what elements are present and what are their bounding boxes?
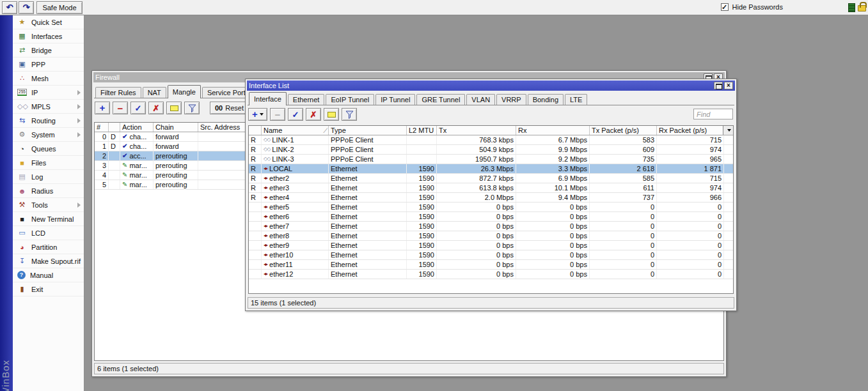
interface-column-header[interactable]: Tx <box>437 126 516 135</box>
interface-tab-eoip-tunnel[interactable]: EoIP Tunnel <box>326 94 374 105</box>
firewall-tab-filter-rules[interactable]: Filter Rules <box>95 87 141 98</box>
interface-column-header[interactable]: Rx <box>516 126 590 135</box>
remove-interface-button[interactable]: − <box>270 108 285 121</box>
interface-tab-ethernet[interactable]: Ethernet <box>288 94 325 105</box>
interface-column-header[interactable]: Tx Packet (p/s) <box>590 126 657 135</box>
interface-type: Ethernet <box>329 193 407 202</box>
sidebar-item-partition[interactable]: ◕Partition <box>13 240 84 254</box>
sidebar-item-lcd[interactable]: ▭LCD <box>13 226 84 240</box>
firewall-column-header[interactable]: Chain <box>154 123 198 132</box>
enable-interface-button[interactable]: ✓ <box>288 108 303 121</box>
interface-tab-vlan[interactable]: VLAN <box>466 94 495 105</box>
firewall-column-header[interactable]: # <box>95 123 109 132</box>
interface-name-label: ether8 <box>269 231 289 240</box>
interface-row[interactable]: R◇◇LINK-2PPPoE Client504.9 kbps9.9 Mbps6… <box>249 145 733 155</box>
safe-mode-button[interactable]: Safe Mode <box>36 1 83 14</box>
filter-button[interactable] <box>342 108 357 121</box>
interface-row[interactable]: R◂▸ether3Ethernet1590613.8 kbps10.1 Mbps… <box>249 183 733 193</box>
interface-rx: 10.1 Mbps <box>516 183 590 192</box>
sidebar-item-files[interactable]: ■Files <box>13 156 84 170</box>
sidebar-item-mpls[interactable]: ◇◇MPLS <box>13 100 84 114</box>
disable-rule-button[interactable]: ✗ <box>148 102 164 114</box>
interface-column-header[interactable]: Type <box>329 126 407 135</box>
interface-list-close-button[interactable]: × <box>724 82 733 89</box>
comment-button[interactable] <box>324 108 339 121</box>
sidebar-item-tools[interactable]: ⚒Tools <box>13 198 84 212</box>
padlock-icon <box>858 5 866 12</box>
interface-tab-bonding[interactable]: Bonding <box>528 94 564 105</box>
interface-tx-packet: 0 <box>590 250 657 259</box>
interface-tab-gre-tunnel[interactable]: GRE Tunnel <box>416 94 465 105</box>
sidebar-item-mesh[interactable]: ∴Mesh <box>13 72 84 86</box>
interface-row[interactable]: R◂▸ether4Ethernet15902.0 Mbps9.4 Mbps737… <box>249 193 733 203</box>
sidebar-item-quick-set[interactable]: ★Quick Set <box>13 15 84 29</box>
firewall-tab-nat[interactable]: NAT <box>143 87 166 98</box>
interface-type: Ethernet <box>329 203 407 211</box>
sidebar-item-ppp[interactable]: ▣PPP <box>13 57 84 72</box>
sidebar-item-ip[interactable]: 255IP <box>13 86 84 100</box>
pppoe-interface-icon: ◇◇ <box>264 135 270 144</box>
sidebar-item-manual[interactable]: ?Manual <box>13 268 84 282</box>
firewall-column-header[interactable] <box>109 123 120 132</box>
interface-name: ◂▸ether11 <box>262 260 329 269</box>
interface-row[interactable]: ◂▸ether6Ethernet15900 bps0 bps00 <box>249 212 733 222</box>
interface-name-label: ether10 <box>269 250 293 259</box>
firewall-column-header[interactable]: Action <box>120 123 154 132</box>
interface-rx: 9.2 Mbps <box>516 155 590 164</box>
sidebar-item-queues[interactable]: ◔Queues <box>13 142 84 156</box>
interface-row[interactable]: ◂▸ether5Ethernet15900 bps0 bps00 <box>249 203 733 212</box>
rule-src-address <box>198 161 246 170</box>
interface-row[interactable]: ◂▸ether8Ethernet15900 bps0 bps00 <box>249 231 733 241</box>
interface-rx: 0 bps <box>516 270 590 279</box>
find-input[interactable] <box>693 109 733 119</box>
sidebar-item-new-terminal[interactable]: ■New Terminal <box>13 212 84 226</box>
sidebar-item-radius[interactable]: ☻Radius <box>13 184 84 198</box>
interface-row[interactable]: R◂▸LOCALEthernet159026.3 Mbps3.3 Mbps2 6… <box>249 164 733 174</box>
interface-row[interactable]: ◂▸ether7Ethernet15900 bps0 bps00 <box>249 222 733 231</box>
interface-row[interactable]: R◇◇LINK-3PPPoE Client1950.7 kbps9.2 Mbps… <box>249 155 733 164</box>
interface-row[interactable]: ◂▸ether10Ethernet15900 bps0 bps00 <box>249 250 733 260</box>
sidebar-item-bridge[interactable]: ⇄Bridge <box>13 43 84 57</box>
ethernet-interface-icon: ◂▸ <box>264 222 267 231</box>
hide-passwords-checkbox[interactable]: ✓ <box>721 3 729 11</box>
interface-list-titlebar[interactable]: Interface List × <box>247 80 735 91</box>
column-chooser-button[interactable] <box>723 126 733 135</box>
sidebar-item-make-supout-rif[interactable]: ↧Make Supout.rif <box>13 254 84 268</box>
remove-rule-button[interactable]: − <box>113 102 128 114</box>
interface-name-label: ether9 <box>269 241 289 250</box>
interface-row[interactable]: ◂▸ether9Ethernet15900 bps0 bps00 <box>249 241 733 250</box>
enable-rule-button[interactable]: ✓ <box>130 102 146 114</box>
sidebar-item-exit[interactable]: ▮Exit <box>13 282 84 296</box>
interface-row[interactable]: R◂▸ether2Ethernet1590872.7 kbps6.9 Mbps5… <box>249 174 733 183</box>
interface-rx-packet: 715 <box>657 174 724 183</box>
interface-column-header[interactable] <box>249 126 262 135</box>
interface-column-header[interactable]: L2 MTU <box>407 126 437 135</box>
interface-tab-interface[interactable]: Interface <box>249 92 287 105</box>
disable-interface-button[interactable]: ✗ <box>306 108 321 121</box>
firewall-tab-mangle[interactable]: Mangle <box>168 85 201 98</box>
comment-button[interactable] <box>166 102 182 114</box>
interface-rx-packet: 1 871 <box>657 164 724 173</box>
filter-button[interactable] <box>184 102 200 114</box>
redo-button[interactable]: ↷ <box>19 1 34 14</box>
interface-column-header[interactable]: Rx Packet (p/s) <box>657 126 724 135</box>
interface-tab-lte[interactable]: LTE <box>565 94 587 105</box>
sidebar-item-log[interactable]: ▤Log <box>13 170 84 184</box>
interface-row[interactable]: ◂▸ether11Ethernet15900 bps0 bps00 <box>249 260 733 270</box>
redo-icon: ↷ <box>23 3 30 12</box>
add-interface-button[interactable]: + <box>248 108 267 121</box>
firewall-column-header[interactable]: Src. Address <box>198 123 246 132</box>
undo-button[interactable]: ↶ <box>2 1 17 14</box>
interface-tab-vrrp[interactable]: VRRP <box>496 94 526 105</box>
sidebar-item-interfaces[interactable]: ▦Interfaces <box>13 29 84 43</box>
interface-tab-ip-tunnel[interactable]: IP Tunnel <box>375 94 415 105</box>
interface-row[interactable]: R◇◇LINK-1PPPoE Client768.3 kbps6.7 Mbps5… <box>249 135 733 145</box>
sidebar-item-label: Quick Set <box>31 19 62 26</box>
add-rule-button[interactable]: + <box>95 102 110 114</box>
interface-row[interactable]: ◂▸ether12Ethernet15900 bps0 bps00 <box>249 270 733 279</box>
sidebar-item-routing[interactable]: ⇆Routing <box>13 114 84 128</box>
action-check-icon: ✔ <box>122 142 127 151</box>
interface-column-header[interactable]: Name∕ <box>262 126 329 135</box>
sidebar-item-system[interactable]: ⚙System <box>13 128 84 142</box>
interface-list-maximize-button[interactable] <box>714 82 723 89</box>
